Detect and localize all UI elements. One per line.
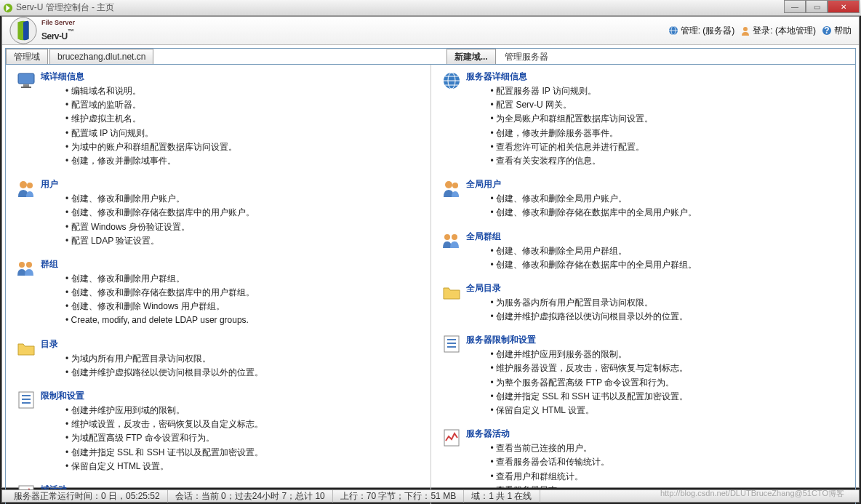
status-domains: 域：1 共 1 在线: [464, 490, 540, 503]
servu-logo-icon: [9, 17, 37, 44]
domain-section-title[interactable]: 用户: [41, 178, 255, 191]
tab-manage-domain[interactable]: 管理域: [6, 49, 48, 64]
domain-section-title[interactable]: 目录: [41, 338, 263, 351]
section-item: 保留自定义 HTML 设置。: [65, 460, 263, 473]
svg-rect-8: [18, 73, 34, 84]
monitor-icon: [16, 71, 36, 91]
section-item: 配置服务器 IP 访问规则。: [491, 84, 654, 98]
minimize-button[interactable]: —: [784, 0, 806, 13]
domain-section: 用户创建、修改和删除用户账户。创建、修改和删除存储在数据库中的用户账户。配置 W…: [16, 178, 420, 248]
manage-server-link[interactable]: 管理: (服务器): [668, 25, 735, 37]
group-icon: [16, 258, 36, 279]
section-item: 配置 Windows 身份验证设置。: [65, 220, 255, 234]
section-item: 为域配置高级 FTP 命令设置和行为。: [65, 431, 263, 445]
section-item: 创建，修改并删除域事件。: [65, 154, 237, 168]
section-item: 配置域的监听器。: [65, 98, 237, 112]
activity-icon: [441, 428, 462, 448]
svg-point-28: [452, 234, 457, 240]
section-item: 查看当前已连接的用户。: [491, 441, 610, 455]
svg-rect-9: [23, 84, 29, 87]
folder-icon: [441, 282, 462, 303]
header-bar: File Server Serv-U™ 管理: (服务器) 登录: (本地管理)…: [2, 17, 859, 45]
tabs-row: 管理域 brucezhang.dlut.net.cn 新建域... 管理服务器: [6, 49, 855, 65]
section-item: 创建并维护虚拟路径以便访问根目录以外的位置。: [491, 310, 689, 324]
server-section-title[interactable]: 服务器限制和设置: [466, 334, 689, 346]
section-item: 配置 Serv-U 网关。: [491, 98, 654, 112]
status-bar: 服务器正常运行时间：0 日，05:25:52 会话：当前 0；过去24小时 7；…: [1, 489, 860, 503]
section-item: 创建、修改和删除存储在数据库中的全局用户账户。: [491, 206, 697, 220]
logo-fileserver-text: File Server: [41, 19, 75, 26]
help-link[interactable]: ?帮助: [822, 25, 852, 37]
close-button[interactable]: ✕: [828, 0, 860, 13]
folder-icon: [16, 338, 36, 359]
section-item: 创建并维护应用到服务器的限制。: [491, 348, 689, 361]
logo-name: Serv-U: [41, 31, 68, 41]
section-item: 创建并维护虚拟路径以便访问根目录以外的位置。: [65, 366, 263, 380]
section-item: 维护虚拟主机名。: [65, 112, 237, 126]
section-item: 编辑域名和说明。: [65, 84, 237, 98]
login-link[interactable]: 登录: (本地管理): [740, 25, 816, 37]
server-section-title[interactable]: 服务器活动: [466, 428, 610, 440]
window-title: Serv-U 管理控制台 - 主页: [16, 1, 114, 14]
tab-domain[interactable]: brucezhang.dlut.net.cn: [49, 49, 153, 64]
section-item: 创建、修改和删除全局用户群组。: [491, 244, 697, 258]
domain-section: 目录为域内所有用户配置目录访问权限。创建并维护虚拟路径以便访问根目录以外的位置。: [16, 338, 420, 380]
section-item: 维护域设置，反攻击，密码恢复以及自定义标志。: [65, 417, 263, 431]
section-item: Create, modify, and delete LDAP user gro…: [65, 313, 255, 327]
section-item: 为整个服务器配置高级 FTP 命令设置和行为。: [491, 376, 689, 390]
section-item: 为全局账户和群组配置数据库访问设置。: [491, 112, 654, 126]
section-item: 配置域 IP 访问规则。: [65, 127, 237, 140]
status-uptime: 服务器正常运行时间：0 日，05:25:52: [7, 490, 168, 503]
svg-point-11: [20, 181, 27, 188]
server-section-title[interactable]: 全局群组: [466, 231, 697, 243]
users-icon: [441, 178, 462, 199]
section-item: 创建、修改和删除用户账户。: [65, 192, 255, 206]
svg-point-14: [26, 262, 32, 268]
section-item: 创建、修改和删除存储在数据库中的用户账户。: [65, 206, 255, 220]
server-section-title[interactable]: 全局用户: [466, 178, 697, 191]
server-section: 全局目录为服务器内所有用户配置目录访问权限。创建并维护虚拟路径以便访问根目录以外…: [441, 282, 846, 324]
domain-section-title[interactable]: 域详细信息: [41, 71, 237, 83]
help-icon: ?: [822, 25, 832, 36]
titlebar: Serv-U 管理控制台 - 主页 — ▭ ✕: [0, 0, 861, 16]
domain-section: 限制和设置创建并维护应用到域的限制。维护域设置，反攻击，密码恢复以及自定义标志。…: [16, 390, 420, 473]
domain-section: 域详细信息编辑域名和说明。配置域的监听器。维护虚拟主机名。配置域 IP 访问规则…: [16, 71, 420, 168]
svg-rect-10: [21, 87, 31, 88]
section-item: 查看服务器会话和传输统计。: [491, 455, 610, 469]
right-column: 服务器详细信息配置服务器 IP 访问规则。配置 Serv-U 网关。为全局账户和…: [431, 65, 856, 504]
section-item: 创建，修改并删除服务器事件。: [491, 127, 654, 140]
svg-point-12: [27, 183, 33, 188]
watermark: http://blog.csdn.net/DLUTBruceZhang@51CT…: [660, 488, 844, 499]
domain-section-title[interactable]: 群组: [41, 258, 255, 271]
svg-point-13: [19, 262, 25, 268]
left-column: 域详细信息编辑域名和说明。配置域的监听器。维护虚拟主机名。配置域 IP 访问规则…: [6, 65, 431, 504]
section-item: 为域中的账户和群组配置数据库访问设置。: [65, 140, 237, 154]
section-item: 为服务器内所有用户配置目录访问权限。: [491, 296, 689, 310]
section-item: 查看用户和群组统计。: [491, 470, 610, 484]
svg-point-26: [452, 183, 458, 188]
server-section-title[interactable]: 全局目录: [466, 282, 689, 295]
section-item: 为域内所有用户配置目录访问权限。: [65, 352, 263, 366]
domain-section-title[interactable]: 限制和设置: [41, 390, 263, 402]
maximize-button[interactable]: ▭: [806, 0, 828, 13]
user-icon: [740, 25, 750, 36]
server-section: 服务器活动查看当前已连接的用户。查看服务器会话和传输统计。查看用户和群组统计。查…: [441, 428, 846, 497]
server-section: 服务器详细信息配置服务器 IP 访问规则。配置 Serv-U 网关。为全局账户和…: [441, 71, 846, 168]
status-sessions: 会话：当前 0；过去24小时 7；总计 10: [168, 490, 333, 503]
section-item: 创建、修改和删除用户群组。: [65, 272, 255, 286]
section-item: 创建并指定 SSL 和 SSH 证书以及配置加密设置。: [491, 390, 689, 404]
globe-icon: [441, 71, 462, 91]
section-item: 创建并指定 SSL 和 SSH 证书以及配置加密设置。: [65, 446, 263, 460]
tab-new-domain[interactable]: 新建域...: [446, 49, 496, 64]
section-item: 保留自定义 HTML 设置。: [491, 404, 689, 417]
domain-section: 群组创建、修改和删除用户群组。创建、修改和删除存储在数据库中的用户群组。创建、修…: [16, 258, 420, 328]
server-section: 全局群组创建、修改和删除全局用户群组。创建、修改和删除存储在数据库中的全局用户群…: [441, 231, 846, 272]
server-section: 服务器限制和设置创建并维护应用到服务器的限制。维护服务器设置，反攻击，密码恢复与…: [441, 334, 846, 417]
svg-point-5: [743, 27, 748, 31]
server-section-title[interactable]: 服务器详细信息: [466, 71, 654, 83]
users-icon: [16, 178, 36, 199]
checklist-icon: [16, 390, 36, 410]
section-item: 创建、修改和删除存储在数据库中的全局用户群组。: [491, 258, 697, 272]
section-item: 维护服务器设置，反攻击，密码恢复与定制标志。: [491, 361, 689, 375]
globe-icon: [668, 25, 678, 36]
